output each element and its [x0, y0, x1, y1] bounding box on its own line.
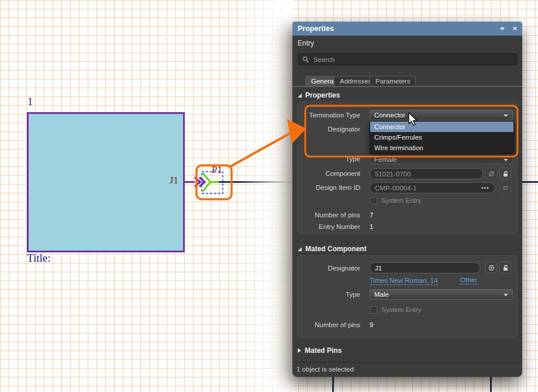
schematic-canvas[interactable]: 1 Title: J1 P1 Properties × Entry Search… [0, 0, 538, 392]
type-select[interactable]: Female [370, 154, 513, 164]
mated-system-entry-checkbox[interactable] [370, 306, 377, 314]
mated-type-label: Type [346, 290, 360, 299]
chevron-down-icon [503, 294, 508, 296]
lock-button[interactable] [499, 168, 511, 179]
tab-parameters[interactable]: Parameters [370, 76, 416, 86]
chevron-right-icon [195, 178, 200, 187]
font-link[interactable]: Times New Roman, 14 [370, 277, 438, 285]
lock-button[interactable] [499, 262, 511, 273]
mated-number-of-pins-label: Number of pins [315, 321, 360, 329]
designator-label: Designator [327, 125, 360, 133]
mated-system-entry-label: System Entry [381, 306, 421, 313]
properties-panel: Properties × Entry Search General Addres… [292, 22, 522, 377]
section-expanded-icon [298, 247, 302, 251]
swap-button[interactable]: ⇄ [499, 182, 511, 193]
lock-open-icon [502, 170, 509, 178]
chevron-down-icon [503, 159, 508, 161]
search-icon [302, 56, 309, 63]
close-icon[interactable]: × [512, 24, 517, 33]
dropdown-option-wire-termination[interactable]: Wire termination [370, 143, 513, 153]
termination-type-dropdown: Connector Crimps/Ferrules Wire terminati… [370, 121, 514, 154]
component-field[interactable]: 51021-0700 [370, 168, 483, 179]
sheet-symbol[interactable] [27, 112, 185, 252]
ellipsis-icon[interactable]: ••• [481, 185, 489, 191]
design-item-id-label: Design Item ID [316, 183, 360, 192]
system-entry-label: System Entry [381, 197, 421, 204]
component-label: Component [326, 169, 360, 178]
eye-slash-button[interactable] [485, 168, 497, 179]
entry-number-value: 1 [370, 223, 373, 231]
eye-button[interactable] [485, 262, 497, 273]
panel-titlebar[interactable]: Properties × [292, 22, 522, 36]
status-text: 1 object is selected [296, 366, 354, 373]
swap-icon: ⇄ [502, 184, 508, 192]
panel-collapse-icon[interactable] [500, 27, 505, 30]
dropdown-option-crimps-ferrules[interactable]: Crimps/Ferrules [370, 132, 513, 143]
termination-type-select[interactable]: Connector [370, 110, 513, 120]
mated-designator-label: Designator [327, 264, 360, 272]
number-of-pins-label: Number of pins [315, 211, 360, 219]
chevron-down-icon [503, 115, 508, 117]
number-of-pins-value: 7 [370, 211, 373, 219]
connector-designator-label: J1 [170, 175, 178, 186]
section-header-properties[interactable]: Properties [298, 91, 340, 99]
termination-type-label: Termination Type [309, 111, 360, 119]
search-input[interactable]: Search [298, 53, 518, 65]
entry-designator-label: P1 [212, 164, 222, 176]
type-label: Type [346, 155, 360, 163]
panel-shadow-haze [239, 0, 294, 392]
section-expanded-icon [298, 93, 302, 98]
section-collapsed-icon [298, 348, 301, 353]
status-divider [292, 362, 522, 363]
search-placeholder: Search [313, 56, 334, 63]
system-entry-checkbox[interactable] [370, 197, 377, 204]
other-link[interactable]: Other [460, 276, 477, 285]
object-kind-label: Entry [298, 39, 314, 47]
eye-slash-icon [488, 170, 495, 178]
panel-title: Properties [298, 25, 334, 33]
dropdown-option-connector[interactable]: Connector [370, 122, 513, 132]
tab-underline [292, 86, 522, 87]
entry-number-label: Entry Number [319, 223, 360, 231]
section-header-mated-pins[interactable]: Mated Pins [298, 346, 342, 355]
mated-type-select[interactable]: Male [370, 289, 513, 300]
mated-number-of-pins-value: 9 [370, 321, 373, 329]
lock-open-icon [502, 264, 509, 272]
eye-icon [488, 264, 495, 272]
design-item-id-field[interactable]: CMP-00004-1 ••• [370, 182, 495, 193]
section-header-mated-component[interactable]: Mated Component [298, 245, 367, 253]
sheet-title-label: Title: [27, 252, 51, 265]
mated-designator-field[interactable]: J1 [370, 262, 480, 273]
sheet-number: 1 [27, 96, 33, 108]
